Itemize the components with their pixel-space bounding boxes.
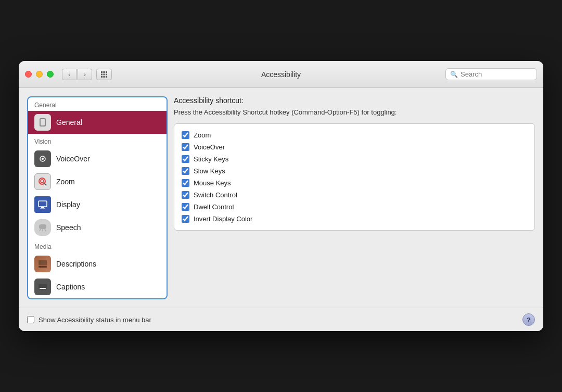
checkbox-6[interactable] xyxy=(182,203,189,211)
menu-bar-label: Show Accessibility status in menu bar xyxy=(39,316,151,324)
svg-rect-21 xyxy=(39,260,47,265)
svg-rect-3 xyxy=(101,73,103,75)
content: General General Vision xyxy=(19,88,543,308)
checkbox-label-0: Zoom xyxy=(194,131,211,139)
checkbox-3[interactable] xyxy=(182,167,189,175)
checkbox-label-4: Mouse Keys xyxy=(194,179,231,187)
help-button[interactable]: ? xyxy=(522,313,535,326)
display-label: Display xyxy=(56,200,80,209)
svg-rect-22 xyxy=(39,266,47,268)
menu-bar-checkbox[interactable] xyxy=(27,316,34,323)
bottombar: Show Accessibility status in menu bar ? xyxy=(19,308,543,331)
svg-rect-4 xyxy=(104,73,105,75)
svg-rect-17 xyxy=(39,201,47,207)
svg-point-13 xyxy=(42,158,44,160)
checkbox-item-2[interactable]: Sticky Keys xyxy=(182,153,527,165)
checkbox-list: ZoomVoiceOverSticky KeysSlow KeysMouse K… xyxy=(174,123,535,231)
checkbox-label-7: Invert Display Color xyxy=(194,215,252,223)
svg-rect-8 xyxy=(106,76,107,78)
checkbox-item-1[interactable]: VoiceOver xyxy=(182,141,527,153)
close-button[interactable] xyxy=(25,71,32,78)
speech-label: Speech xyxy=(56,223,81,232)
shortcut-title: Accessibility shortcut: xyxy=(174,96,535,105)
checkbox-label-1: VoiceOver xyxy=(194,143,225,151)
sidebar-section-general: General xyxy=(28,97,167,111)
checkbox-label-3: Slow Keys xyxy=(194,167,225,175)
nav-buttons: ‹ › xyxy=(62,69,92,80)
checkbox-label-6: Dwell Control xyxy=(194,203,234,211)
sidebar: General General Vision xyxy=(27,96,168,299)
captions-icon xyxy=(34,279,51,295)
back-button[interactable]: ‹ xyxy=(62,69,76,80)
sidebar-item-display[interactable]: Display xyxy=(28,193,167,216)
checkbox-label-5: Switch Control xyxy=(194,191,237,199)
svg-rect-20 xyxy=(39,224,46,229)
checkbox-item-4[interactable]: Mouse Keys xyxy=(182,177,527,189)
maximize-button[interactable] xyxy=(47,71,54,78)
svg-rect-19 xyxy=(40,208,45,209)
sidebar-item-speech[interactable]: Speech xyxy=(28,216,167,239)
zoom-icon xyxy=(34,173,51,190)
window-title: Accessibility xyxy=(261,70,301,79)
voiceover-icon xyxy=(34,150,51,167)
sidebar-item-voiceover[interactable]: VoiceOver xyxy=(28,147,167,170)
minimize-button[interactable] xyxy=(36,71,43,78)
search-box[interactable]: 🔍 xyxy=(445,68,537,80)
sidebar-item-captions[interactable]: Captions xyxy=(28,275,167,298)
checkbox-5[interactable] xyxy=(182,191,189,199)
checkbox-item-6[interactable]: Dwell Control xyxy=(182,201,527,213)
sidebar-section-media: Media xyxy=(28,239,167,252)
sidebar-section-vision: Vision xyxy=(28,134,167,147)
svg-rect-24 xyxy=(40,288,46,289)
checkbox-label-2: Sticky Keys xyxy=(194,155,228,163)
grid-button[interactable] xyxy=(96,69,112,80)
checkbox-7[interactable] xyxy=(182,215,189,223)
svg-rect-1 xyxy=(104,71,105,73)
search-icon: 🔍 xyxy=(450,71,458,78)
window: ‹ › Accessibility 🔍 Gen xyxy=(19,61,543,331)
traffic-lights xyxy=(25,71,54,78)
svg-point-15 xyxy=(41,180,44,183)
svg-rect-0 xyxy=(101,71,103,73)
sidebar-item-descriptions[interactable]: Descriptions xyxy=(28,252,167,275)
shortcut-desc: Press the Accessibility Shortcut hotkey … xyxy=(174,108,535,117)
descriptions-icon xyxy=(34,256,51,272)
svg-rect-2 xyxy=(106,71,107,73)
checkbox-item-7[interactable]: Invert Display Color xyxy=(182,213,527,225)
checkbox-item-0[interactable]: Zoom xyxy=(182,129,527,141)
forward-button[interactable]: › xyxy=(78,69,92,80)
main-panel: Accessibility shortcut: Press the Access… xyxy=(174,96,535,299)
checkbox-2[interactable] xyxy=(182,155,189,163)
titlebar: ‹ › Accessibility 🔍 xyxy=(19,61,543,88)
svg-rect-10 xyxy=(41,119,45,125)
checkbox-item-3[interactable]: Slow Keys xyxy=(182,165,527,177)
checkbox-item-5[interactable]: Switch Control xyxy=(182,189,527,201)
sidebar-item-general[interactable]: General xyxy=(28,111,167,134)
svg-rect-7 xyxy=(104,76,105,78)
checkbox-0[interactable] xyxy=(182,131,189,139)
display-icon xyxy=(34,196,51,213)
checkbox-4[interactable] xyxy=(182,179,189,187)
voiceover-label: VoiceOver xyxy=(56,155,90,163)
zoom-label: Zoom xyxy=(56,178,75,186)
panel-inner: Accessibility shortcut: Press the Access… xyxy=(174,96,535,231)
search-input[interactable] xyxy=(461,70,532,78)
svg-rect-5 xyxy=(106,73,107,75)
general-icon xyxy=(34,114,51,131)
svg-rect-18 xyxy=(41,207,44,208)
checkbox-1[interactable] xyxy=(182,143,189,151)
captions-label: Captions xyxy=(56,283,85,291)
grid-icon xyxy=(100,71,108,78)
descriptions-label: Descriptions xyxy=(56,260,96,268)
sidebar-item-zoom[interactable]: Zoom xyxy=(28,170,167,193)
speech-icon xyxy=(34,219,51,236)
svg-line-16 xyxy=(44,183,46,185)
general-label: General xyxy=(56,118,82,127)
svg-rect-6 xyxy=(101,76,103,78)
